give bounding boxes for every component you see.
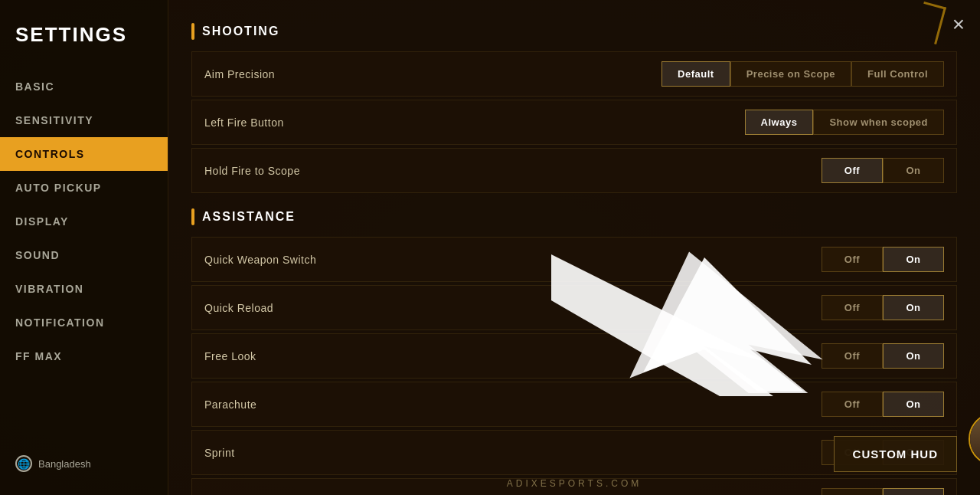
aim-precision-scope-btn[interactable]: Precise on Scope xyxy=(730,61,851,87)
aim-precision-row: Aim Precision Default Precise on Scope F… xyxy=(191,51,957,97)
aim-precision-fullcontrol-btn[interactable]: Full Control xyxy=(851,61,944,87)
hold-fire-toggle: Off On xyxy=(822,158,944,183)
sidebar-item-display[interactable]: DISPLAY xyxy=(0,205,168,238)
hold-fire-on-btn[interactable]: On xyxy=(883,158,944,183)
shooting-title: SHOOTING xyxy=(202,25,279,38)
hold-fire-label: Hold Fire to Scope xyxy=(204,165,822,177)
quick-weapon-label: Quick Weapon Switch xyxy=(204,254,822,266)
quick-reload-toggle: Off On xyxy=(822,295,944,320)
hold-fire-off-btn[interactable]: Off xyxy=(822,158,883,183)
free-look-off-btn[interactable]: Off xyxy=(822,343,883,369)
assistance-section-header: ASSISTANCE xyxy=(191,208,957,225)
parachute-off-btn[interactable]: Off xyxy=(822,392,883,417)
parachute-on-btn[interactable]: On xyxy=(883,392,944,417)
left-fire-always-btn[interactable]: Always xyxy=(745,110,814,135)
parachute-toggle: Off On xyxy=(822,392,944,417)
aim-precision-label: Aim Precision xyxy=(204,68,662,80)
left-fire-button-row: Left Fire Button Always Show when scoped xyxy=(191,100,957,145)
drive-toggle: Off On xyxy=(822,488,944,495)
sidebar-item-vibration[interactable]: VIBRATION xyxy=(0,272,168,306)
globe-icon: 🌐 xyxy=(15,455,32,472)
free-look-label: Free Look xyxy=(204,350,822,362)
parachute-label: Parachute xyxy=(204,398,822,411)
shooting-section-header: SHOOTING xyxy=(191,23,957,40)
content-wrapper: × SHOOTING Aim Precision Default Precise… xyxy=(168,0,980,495)
parachute-row: Parachute Off On xyxy=(191,382,957,427)
aim-precision-default-btn[interactable]: Default xyxy=(662,61,730,87)
app-container: SETTINGS BASIC SENSITIVITY CONTROLS AUTO… xyxy=(0,0,980,495)
sidebar-item-basic[interactable]: BASIC xyxy=(0,70,168,103)
language-label: Bangladesh xyxy=(38,458,91,470)
assistance-title: ASSISTANCE xyxy=(202,210,296,224)
drive-row: Drive ▼ Off On xyxy=(191,478,957,495)
settings-title: SETTINGS xyxy=(0,15,168,70)
quick-reload-on-btn[interactable]: On xyxy=(883,295,944,320)
left-fire-label: Left Fire Button xyxy=(204,116,745,129)
settings-content: SHOOTING Aim Precision Default Precise o… xyxy=(168,0,980,495)
free-look-row: Free Look Off On xyxy=(191,333,957,379)
aim-precision-toggle: Default Precise on Scope Full Control xyxy=(662,61,944,87)
quick-weapon-switch-row: Quick Weapon Switch Off On xyxy=(191,237,957,282)
sidebar-item-notification[interactable]: NOTIFICATION xyxy=(0,306,168,339)
left-fire-scope-btn[interactable]: Show when scoped xyxy=(813,110,944,135)
quick-reload-row: Quick Reload Off On xyxy=(191,285,957,330)
sidebar: SETTINGS BASIC SENSITIVITY CONTROLS AUTO… xyxy=(0,0,168,495)
sidebar-item-controls[interactable]: CONTROLS xyxy=(0,137,168,171)
drive-on-btn[interactable]: On xyxy=(883,488,944,495)
quick-weapon-on-btn[interactable]: On xyxy=(883,247,944,272)
close-button[interactable]: × xyxy=(952,14,965,35)
sidebar-item-sound[interactable]: SOUND xyxy=(0,238,168,272)
quick-weapon-off-btn[interactable]: Off xyxy=(822,247,883,272)
sidebar-item-sensitivity[interactable]: SENSITIVITY xyxy=(0,103,168,137)
quick-weapon-toggle: Off On xyxy=(822,247,944,272)
content-area: × SHOOTING Aim Precision Default Precise… xyxy=(168,0,980,495)
quick-reload-off-btn[interactable]: Off xyxy=(822,295,883,320)
section-bar xyxy=(191,23,194,40)
sidebar-item-ffmax[interactable]: FF MAX xyxy=(0,339,168,373)
sidebar-item-auto-pickup[interactable]: AUTO PICKUP xyxy=(0,171,168,205)
quick-reload-label: Quick Reload xyxy=(204,302,822,314)
language-selector[interactable]: 🌐 Bangladesh xyxy=(0,447,168,480)
free-look-on-btn[interactable]: On xyxy=(883,343,944,369)
shooting-section: SHOOTING Aim Precision Default Precise o… xyxy=(191,23,957,193)
custom-hud-button[interactable]: CUSTOM HUD xyxy=(834,436,957,472)
assistance-section-bar xyxy=(191,208,194,225)
sprint-label: Sprint xyxy=(204,447,822,459)
left-fire-toggle: Always Show when scoped xyxy=(745,110,944,135)
free-look-toggle: Off On xyxy=(822,343,944,369)
hold-fire-row: Hold Fire to Scope Off On xyxy=(191,148,957,193)
drive-off-btn[interactable]: Off xyxy=(822,488,883,495)
